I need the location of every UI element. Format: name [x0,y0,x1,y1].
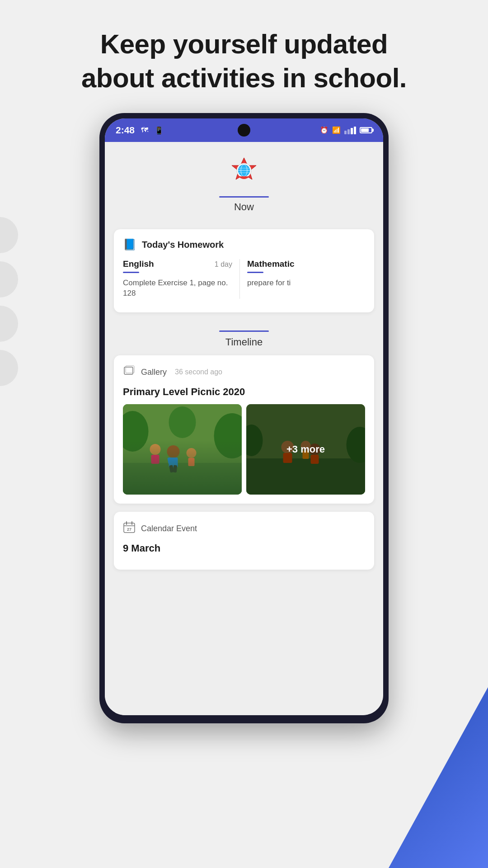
page-title: Keep yourself updated about activities i… [36,27,452,95]
gallery-type: Gallery [141,368,167,377]
signal-bar-4 [354,127,356,134]
svg-rect-16 [167,458,172,464]
calendar-type: Calendar Event [141,524,197,533]
svg-rect-15 [169,458,178,467]
math-subject-name: Mathematic [247,259,295,269]
gallery-icon [123,364,136,380]
gallery-title: Primary Level Picnic 2020 [123,386,365,398]
svg-rect-17 [173,465,177,473]
bg-circle-3 [0,306,18,342]
timeline-section-header: Timeline [105,320,383,355]
signal-bar-1 [344,131,347,134]
photo-overlay: +3 more [246,404,365,495]
status-right: ⏰ 📶 [320,126,372,134]
wifi-icon: 📶 [332,126,341,134]
now-underline [219,196,269,198]
gallery-time: 36 second ago [175,368,222,376]
svg-point-19 [150,444,161,455]
calendar-card[interactable]: 27 Calendar Event 9 March [114,512,374,570]
svg-text:27: 27 [127,527,131,532]
now-label: Now [234,201,254,213]
english-subject-name: English [123,259,154,269]
battery-icon [360,127,372,133]
header-section: Keep yourself updated about activities i… [0,0,488,113]
maps-icon: 🗺 [141,126,148,134]
camera-notch [238,124,250,137]
school-logo [226,156,262,192]
english-due: 1 day [215,260,232,269]
gallery-card[interactable]: Gallery 36 second ago Primary Level Picn… [114,355,374,504]
homework-title: Today's Homework [142,240,224,250]
svg-point-14 [167,445,180,458]
svg-point-12 [169,406,196,438]
math-description: prepare for ti [247,278,291,287]
svg-rect-22 [188,458,195,466]
phone-frame: 2:48 🗺 📱 ⏰ 📶 [99,113,389,723]
english-description: Complete Exercise 1, page no. 128 [123,278,228,298]
svg-rect-18 [169,465,174,473]
subject-english[interactable]: English 1 day Complete Exercise 1, page … [123,259,239,299]
photo-2[interactable]: +3 more [246,404,365,495]
homework-icon: 📘 [123,238,136,251]
background-triangle [389,687,488,868]
math-underline [247,272,263,273]
school-badge-svg [226,156,262,192]
photo-grid: +3 more [123,404,365,495]
bg-circle-2 [0,261,18,297]
timeline-underline [219,330,269,332]
svg-rect-13 [123,463,242,495]
homework-card[interactable]: 📘 Today's Homework English 1 day Complet… [114,229,374,312]
svg-rect-20 [151,455,160,464]
battery-fill [361,128,369,132]
background-circles [0,217,18,386]
bg-circle-4 [0,350,18,386]
status-bar: 2:48 🗺 📱 ⏰ 📶 [105,118,383,142]
timeline-label: Timeline [225,336,263,348]
phone-screen: 2:48 🗺 📱 ⏰ 📶 [105,118,383,715]
homework-subjects: English 1 day Complete Exercise 1, page … [123,259,365,299]
photo-placeholder-1 [123,404,242,495]
subject-math[interactable]: Mathematic prepare for ti [239,259,356,299]
signal-bars [344,127,356,134]
photo-1[interactable] [123,404,242,495]
svg-point-21 [187,448,197,458]
status-time: 2:48 [116,125,135,136]
signal-bar-2 [347,129,350,134]
school-section: Now [105,142,383,222]
english-underline [123,272,139,273]
calendar-date: 9 March [123,542,365,554]
signal-bar-3 [351,128,353,134]
homework-header: 📘 Today's Homework [123,238,365,251]
calendar-icon: 27 [123,521,136,536]
app-content: Now 📘 Today's Homework English 1 day [105,142,383,715]
photo-more-count: +3 more [286,443,325,455]
gallery-card-header: Gallery 36 second ago [123,364,365,380]
status-left: 2:48 🗺 📱 [116,125,164,136]
calendar-card-header: 27 Calendar Event [123,521,365,536]
bg-circle-1 [0,217,18,253]
whatsapp-icon: 📱 [155,126,164,135]
alarm-icon: ⏰ [320,126,328,134]
